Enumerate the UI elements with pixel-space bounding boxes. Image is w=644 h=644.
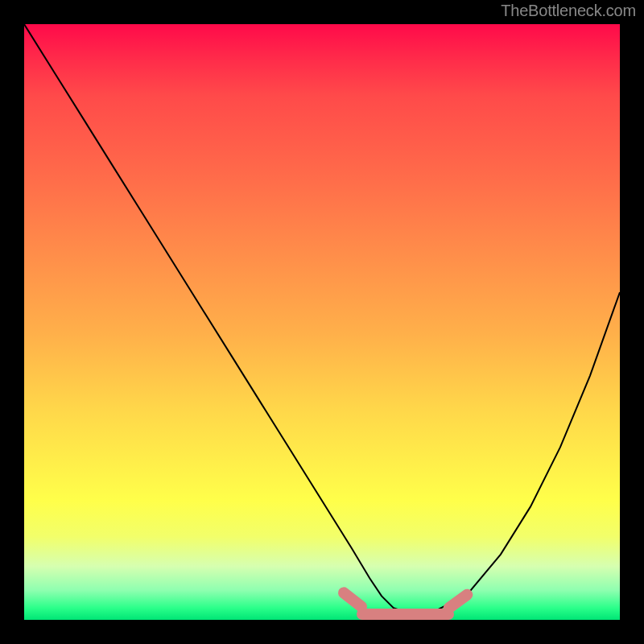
optimal-band-mid — [357, 609, 454, 620]
curve-path — [24, 24, 620, 614]
plot-area — [24, 24, 620, 620]
bottleneck-curve — [24, 24, 620, 620]
attribution-text: TheBottleneck.com — [501, 2, 636, 20]
chart-container: TheBottleneck.com — [0, 0, 644, 644]
